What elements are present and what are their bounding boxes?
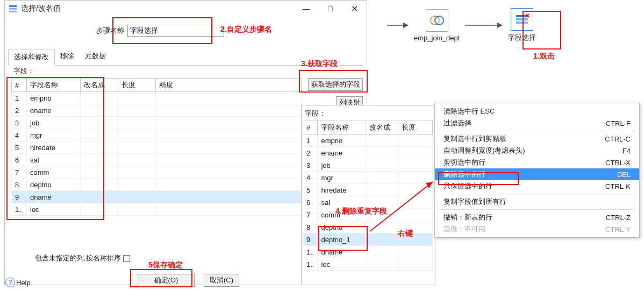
table-row: 3job [303, 159, 433, 172]
table-row: 1empno [303, 135, 433, 147]
ctx-cut[interactable]: 剪切选中的行CTRL-X [435, 157, 639, 168]
tabs: 选择和修改 移除 元数据 [8, 49, 363, 66]
get-fields-button[interactable]: 获取选择的字段 [308, 78, 363, 91]
table-row: 5hiredate [303, 184, 433, 196]
table-row: 6sal [303, 196, 433, 209]
step-name-row: 步骤名称 [96, 25, 224, 37]
col-name: 字段名称 [27, 79, 81, 92]
svg-rect-1 [9, 8, 17, 10]
table-row: 3job [12, 117, 302, 129]
step-name-input[interactable] [127, 25, 224, 37]
arrow-icon [387, 21, 409, 30]
svg-rect-11 [516, 22, 528, 24]
fields-table-panel2: 字段： # 字段名称 改名成 长度 1empno 2ename 3job 4mg… [301, 105, 435, 285]
ctx-redo: 重做：不可用CTRL-Y [435, 223, 639, 235]
ctx-undo[interactable]: 撤销：新表的行CTRL-Z [435, 211, 639, 223]
include-checkbox[interactable] [123, 255, 130, 262]
callout-1: 1.双击 [533, 52, 555, 61]
table-row: 7comm [303, 209, 433, 221]
svg-rect-0 [9, 5, 17, 7]
svg-marker-8 [497, 23, 503, 28]
table-row: 1..dname [303, 246, 433, 258]
close-button[interactable]: ✕ [342, 1, 367, 17]
minimize-button[interactable]: — [294, 1, 318, 17]
titlebar: 选择/改名值 — □ ✕ [5, 1, 367, 17]
table-row: 7comm [12, 166, 302, 179]
table-row: 4mgr [303, 172, 433, 184]
table-row: 5hiredate [12, 142, 302, 154]
table-row: 9deptno_1 [303, 234, 433, 246]
node-emp-join-dept[interactable]: emp_join_dept [414, 9, 460, 42]
fields-table2[interactable]: # 字段名称 改名成 长度 1empno 2ename 3job 4mgr 5h… [303, 121, 433, 271]
svg-rect-10 [516, 18, 528, 20]
fields-label2: 字段： [305, 109, 326, 118]
tab-select-modify[interactable]: 选择和修改 [8, 49, 55, 66]
window-controls: — □ ✕ [294, 1, 367, 17]
arrow-icon [465, 21, 503, 30]
help-icon: ? [5, 278, 15, 287]
node-field-select[interactable]: 字段选择 [508, 8, 536, 43]
table-row: 1empno [12, 92, 302, 104]
maximize-button[interactable]: □ [318, 1, 342, 17]
dialog-title: 选择/改名值 [21, 4, 294, 13]
include-label: 包含未指定的列,按名称排序 [35, 253, 121, 263]
cancel-button[interactable]: 取消(C) [204, 274, 239, 287]
join-icon [426, 9, 448, 32]
col-rename: 改名成 [366, 121, 398, 135]
col-name: 字段名称 [318, 121, 366, 135]
ctx-auto-width[interactable]: 自动调整列宽度(考虑表头)F4 [435, 145, 639, 157]
transformation-flow: emp_join_dept 字段选择 [387, 8, 541, 43]
help-link[interactable]: ? Help [5, 278, 31, 287]
table-row: 4mgr [12, 129, 302, 142]
table-row: 9dname [12, 191, 302, 203]
ctx-delete-row[interactable]: 删除选中的行DEL [435, 168, 639, 180]
node-label: 字段选择 [508, 33, 536, 43]
ok-button[interactable]: 确定(O) [138, 274, 195, 287]
select-values-icon [511, 8, 533, 31]
col-len: 长度 [118, 79, 156, 92]
ctx-clear-row[interactable]: 清除选中行 ESC [435, 105, 639, 117]
include-unspecified-row: 包含未指定的列,按名称排序 [35, 253, 130, 263]
col-num: # [303, 121, 318, 135]
fields-table[interactable]: # 字段名称 改名成 长度 精度 1empno 2ename 3job 4mgr… [11, 78, 302, 216]
ctx-copy-value[interactable]: 复制字段值到所有行 [435, 196, 639, 208]
col-rename: 改名成 [81, 79, 118, 92]
table-row: 8deptno [12, 179, 302, 191]
context-menu: 清除选中行 ESC 过滤选择CTRL-F 复制选中行到剪贴板CTRL-C 自动调… [434, 103, 640, 238]
svg-marker-4 [403, 23, 409, 28]
table-row: 1..loc [303, 258, 433, 271]
table-row: 8deptno [303, 221, 433, 234]
node-label: emp_join_dept [414, 34, 460, 42]
help-label: Help [16, 279, 31, 287]
dialog-icon [8, 4, 18, 13]
table-row: 2ename [303, 147, 433, 159]
tab-metadata[interactable]: 元数据 [80, 49, 111, 65]
tab-remove[interactable]: 移除 [55, 49, 80, 65]
col-len: 长度 [398, 121, 433, 135]
col-prec: 精度 [156, 79, 302, 92]
svg-rect-2 [9, 11, 17, 12]
ctx-copy[interactable]: 复制选中行到剪贴板CTRL-C [435, 133, 639, 145]
ctx-filter[interactable]: 过滤选择CTRL-F [435, 117, 639, 129]
fields-label: 字段： [13, 66, 34, 76]
col-num: # [12, 79, 27, 92]
table-row: 2ename [12, 104, 302, 117]
table-row: 6sal [12, 154, 302, 166]
ctx-keep-only[interactable]: 只保留选中的行CTRL-K [435, 180, 639, 192]
step-name-label: 步骤名称 [96, 26, 124, 36]
table-row: 1..loc [12, 203, 302, 216]
